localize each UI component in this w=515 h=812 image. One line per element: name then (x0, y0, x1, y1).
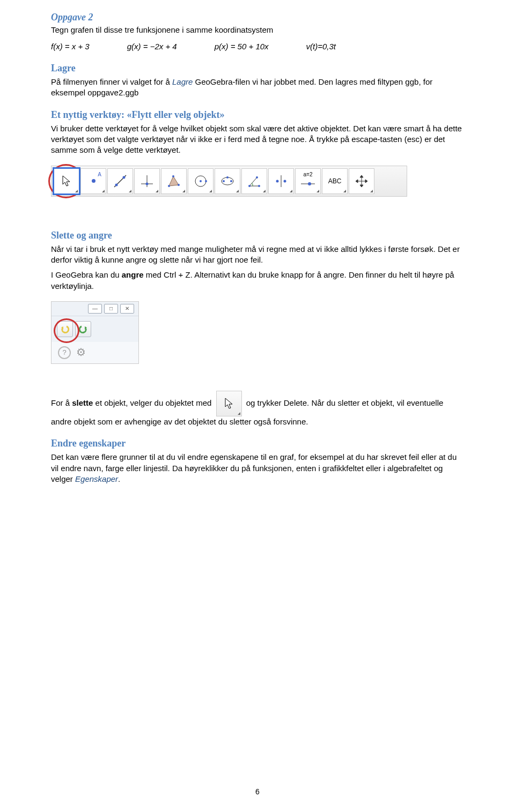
svg-point-11 (200, 180, 202, 182)
tool-slider[interactable]: a=2 (295, 168, 321, 194)
heading-slette: Slette og angre (51, 229, 464, 242)
svg-point-18 (258, 185, 260, 187)
tool-angle[interactable] (241, 168, 267, 194)
slette-p2-a: I GeoGebra kan du (51, 270, 122, 279)
svg-point-8 (178, 184, 180, 186)
tool-move[interactable] (54, 168, 79, 194)
svg-point-9 (172, 175, 174, 177)
slette-p2: I GeoGebra kan du angre med Ctrl + Z. Al… (51, 270, 464, 292)
tool-conic[interactable] (215, 168, 240, 194)
svg-point-5 (146, 182, 149, 185)
geogebra-toolbar: A a=2 ABC (51, 166, 407, 197)
slette-p1: Når vi tar i bruk et nytt verktøy med ma… (51, 244, 464, 266)
window-titlebar: — □ ✕ (52, 302, 138, 316)
slette-p3-c: et objekt, velger du objektet med (93, 398, 214, 407)
endre-term: Egenskaper (75, 474, 118, 483)
svg-point-15 (230, 180, 232, 182)
window-close-button[interactable]: ✕ (120, 304, 134, 314)
func-g: g(x) = −2x + 4 (127, 41, 177, 52)
heading-oppgave2: Oppgave 2 (51, 11, 464, 24)
polygon-icon (166, 173, 182, 189)
reflect-icon (273, 173, 289, 189)
svg-point-14 (223, 180, 225, 182)
undo-toolbar (52, 316, 138, 342)
line-icon (112, 173, 128, 189)
tool-circle[interactable] (188, 168, 214, 194)
undo-figure: — □ ✕ ? ⚙ (51, 301, 139, 364)
lagre-text-a: På filmenyen finner vi valget for å (51, 77, 172, 86)
svg-point-1 (115, 183, 118, 186)
svg-point-12 (205, 180, 207, 182)
redo-button[interactable] (75, 321, 91, 337)
angle-icon (246, 173, 262, 189)
svg-point-22 (284, 180, 286, 182)
pointer-icon (62, 175, 71, 187)
heading-verktoy: Et nyttig verktøy: «Flytt eller velg obj… (51, 108, 464, 121)
move-icon (355, 174, 369, 188)
ellipse-icon (219, 173, 236, 189)
slider-icon (300, 181, 316, 187)
window-max-button[interactable]: □ (104, 304, 118, 314)
svg-point-21 (276, 180, 279, 182)
svg-point-24 (308, 182, 311, 185)
tool-reflect[interactable] (268, 168, 294, 194)
svg-point-2 (123, 176, 126, 178)
svg-point-7 (168, 185, 170, 187)
svg-marker-6 (169, 176, 179, 186)
undo-toolbar2: ? ⚙ (52, 342, 138, 363)
svg-point-17 (248, 185, 251, 187)
verktoy-text: Vi bruker dette verktøyet for å velge hv… (51, 123, 464, 156)
func-p: p(x) = 50 + 10x (215, 41, 269, 52)
func-f: f(x) = x + 3 (51, 41, 90, 52)
lagre-text: På filmenyen finner vi valget for å Lagr… (51, 77, 464, 99)
endre-p1: Det kan være flere grunner til at du vil… (51, 452, 464, 485)
gear-icon[interactable]: ⚙ (76, 345, 86, 360)
slette-p3-a: For å (51, 398, 72, 407)
perp-icon (139, 173, 155, 189)
lagre-term: Lagre (172, 77, 193, 86)
slette-slette: slette (72, 398, 93, 407)
tool-line[interactable] (107, 168, 133, 194)
heading-lagre: Lagre (51, 62, 464, 75)
func-v: v(t)=0,3t (306, 41, 336, 52)
tool-text[interactable]: ABC (322, 168, 348, 194)
circle-icon (193, 173, 209, 189)
undo-icon (60, 324, 70, 334)
tool-point[interactable]: A (80, 168, 106, 194)
oppgave2-intro: Tegn grafen til disse tre funksjonene i … (51, 25, 464, 35)
tool-perpendicular[interactable] (134, 168, 160, 194)
tool-polygon[interactable] (161, 168, 187, 194)
svg-point-19 (256, 176, 258, 178)
svg-point-16 (226, 176, 229, 178)
text-icon: ABC (328, 177, 342, 185)
redo-icon (78, 324, 88, 334)
page-number: 6 (0, 787, 515, 797)
slette-angre: angre (122, 270, 144, 279)
function-row: f(x) = x + 3 g(x) = −2x + 4 p(x) = 50 + … (51, 41, 464, 52)
help-icon[interactable]: ? (58, 346, 71, 359)
pointer-icon-inline (224, 398, 234, 409)
endre-p1-b: . (118, 474, 120, 483)
slette-p3: For å slette et objekt, velger du objekt… (51, 391, 464, 427)
window-min-button[interactable]: — (88, 304, 102, 314)
inline-pointer-button[interactable] (216, 391, 242, 416)
tool-move-view[interactable] (349, 168, 374, 194)
undo-button[interactable] (57, 321, 73, 337)
heading-endre: Endre egenskaper (51, 437, 464, 450)
